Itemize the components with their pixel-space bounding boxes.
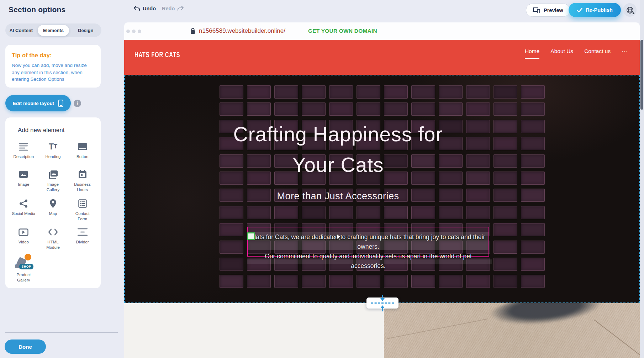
republish-button[interactable]: Re-Publish [569,3,621,17]
element-map[interactable]: Map [38,199,68,227]
hero-tile [329,275,353,288]
next-section-preview[interactable] [124,303,640,358]
undo-icon [133,6,140,11]
hero-tile [521,258,545,271]
tab-elements[interactable]: Elements [38,25,69,36]
add-element-panel: Add new element Description TT Heading B… [5,117,101,288]
hero-tile [274,102,298,116]
description-icon [19,142,28,152]
element-divider[interactable]: Divider [68,227,97,255]
element-product-gallery[interactable]: ◣ ↑ SHOP Product Gallery [9,255,38,283]
hero-tile [411,102,435,116]
hero-tile [384,85,408,99]
site-url[interactable]: n1566589.websitebuilder.online/ [199,27,285,35]
hero-tile [384,206,408,219]
preview-button[interactable]: Preview [526,4,570,17]
get-domain-link[interactable]: GET YOUR OWN DOMAIN [308,28,377,34]
section-resize-widget[interactable] [366,298,398,309]
language-globe-button[interactable] [623,3,637,17]
hero-tile [521,85,545,99]
hero-tile [384,102,408,116]
hero-tile [411,85,435,99]
divider-icon [78,227,88,237]
hero-tile [302,206,326,219]
hero-tile [357,85,380,99]
hero-tile [302,275,326,288]
hero-tile [302,102,326,116]
tile-floor-image [384,303,640,358]
selected-text-element[interactable]: Hats for Cats, we are dedicated to craft… [247,227,489,257]
hero-tile [220,241,243,254]
element-video[interactable]: Video [9,227,38,255]
resize-arrows-icon [379,295,386,311]
element-description[interactable]: Description [9,142,38,169]
tab-ai-content[interactable]: AI Content [5,25,37,36]
hero-tile [220,206,243,219]
undo-label: Undo [143,6,156,11]
nav-more-icon[interactable]: ··· [622,48,627,59]
hero-tile [247,275,271,288]
hero-tile [329,206,353,219]
hero-section[interactable]: Crafting Happiness for Your Cats More th… [124,75,640,303]
hero-tile [521,102,545,116]
site-logo[interactable]: HATS FOR CATS [134,50,180,59]
info-icon[interactable]: i [74,100,81,107]
site-nav: Home About Us Contact us ··· [525,48,627,59]
hero-tile [220,223,243,236]
hero-tile [493,102,517,116]
preview-label: Preview [544,7,563,13]
hero-tile [493,258,517,271]
lock-icon [190,28,195,34]
scrollbar-thumb[interactable] [640,40,643,110]
undo-button[interactable]: Undo [133,6,156,11]
element-social-media[interactable]: Social Media [9,199,38,227]
hero-tile [493,223,517,236]
element-button[interactable]: Button [68,142,97,169]
shop-badge: SHOP [19,264,34,269]
nav-about-us[interactable]: About Us [550,48,573,59]
element-hover-band [247,259,492,264]
hero-tile [439,102,463,116]
hero-subheading[interactable]: More than Just Accessories [124,191,552,202]
window-dots-icon [126,30,141,33]
element-image-gallery[interactable]: Image Gallery [38,169,68,199]
site-header: HATS FOR CATS Home About Us Contact us ·… [124,40,640,75]
tab-design[interactable]: Design [70,25,101,36]
done-button[interactable]: Done [5,339,46,354]
element-grid: Description TT Heading Button Image [9,142,97,283]
hero-tile [220,258,243,271]
nav-contact-us[interactable]: Contact us [584,48,611,59]
social-media-icon [19,199,28,209]
hero-tile [220,275,243,288]
hero-tile [439,275,463,288]
mouse-cursor-icon [336,233,342,241]
hero-tile [274,275,298,288]
html-module-icon [48,227,58,237]
edit-mobile-label: Edit mobile layout [13,101,54,106]
heading-icon: TT [49,142,57,152]
element-contact-form[interactable]: Contact Form [68,199,97,227]
element-heading[interactable]: TT Heading [38,142,68,169]
element-html-module[interactable]: HTML Module [38,227,68,255]
phone-icon [58,100,63,107]
tip-title: Tip of the day: [12,52,94,59]
tip-of-the-day-card: Tip of the day: Now you can add, move an… [5,45,101,88]
edit-mobile-layout-button[interactable]: Edit mobile layout [5,95,71,111]
map-icon [49,199,57,209]
element-image[interactable]: Image [9,169,38,199]
hero-tile [247,85,271,99]
hero-heading[interactable]: Crafting Happiness for Your Cats [124,119,552,180]
republish-label: Re-Publish [586,7,613,13]
hero-tile [247,102,271,116]
hero-tile [439,206,463,219]
hero-tile [521,223,545,236]
redo-button[interactable]: Redo [162,6,184,11]
image-gallery-icon [48,169,58,179]
nav-home[interactable]: Home [525,48,539,59]
resize-handle-left[interactable] [247,232,255,240]
hero-tile [493,85,517,99]
hero-tile [357,275,380,288]
tip-body: Now you can add, move and resize any ele… [12,62,94,83]
element-business-hours[interactable]: Business Hours [68,169,97,199]
hero-tile [493,206,517,219]
